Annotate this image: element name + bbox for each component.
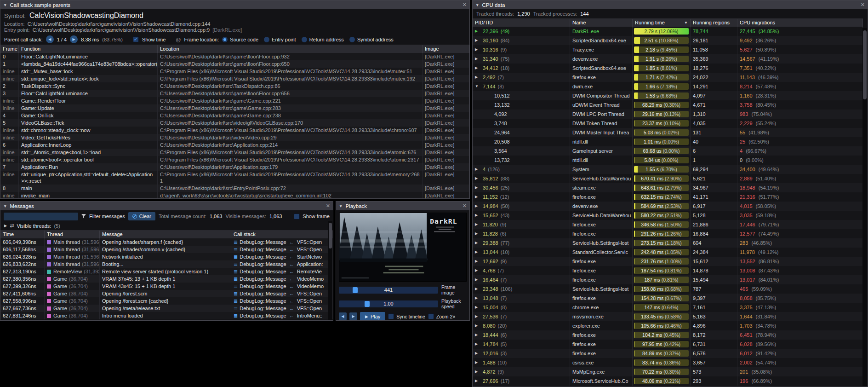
callstack-frame-row[interactable]: 1 <lambda_84a19dc444fae966ca174e83e708bd…: [0, 60, 469, 68]
expand-caret-icon[interactable]: ▶: [475, 36, 480, 45]
sync-timeline-checkbox[interactable]: [388, 313, 394, 319]
cpu-process-row[interactable]: ▶ 8,080 (20) explorer.exe 105.66 ms (0.4…: [473, 321, 863, 330]
callstack-frame-row[interactable]: inline Game::Update C:\Users\wolf\Deskto…: [0, 104, 469, 112]
prev-callstack-button[interactable]: ◀: [46, 35, 54, 43]
cpu-process-row[interactable]: ▶ 4 (126) System 1.55 s (6.70%) 69,294 3…: [473, 165, 863, 174]
col-name[interactable]: Name: [570, 19, 633, 27]
callstack-frame-row[interactable]: inline Video::GetTicksHiRes C:\Users\wol…: [0, 134, 469, 141]
close-icon[interactable]: ✕: [326, 203, 330, 209]
expand-caret-icon[interactable]: ▶: [475, 349, 480, 358]
col-location[interactable]: Location: [158, 45, 423, 53]
expand-caret-icon[interactable]: ▶: [475, 73, 480, 82]
cpu-process-row[interactable]: ▶ 4,768 (7) firefox.exe 187.54 ms (0.81%…: [473, 266, 863, 275]
col-running-regions[interactable]: Running regions: [691, 19, 737, 27]
callstack-frame-row[interactable]: 8 main C:\Users\wolf\Desktop\darkrl\src\…: [0, 185, 469, 192]
expand-caret-icon[interactable]: ▶: [475, 238, 480, 248]
cpu-process-row[interactable]: ▶ 16,464 (7) firefox.exe 187 ms (0.81%) …: [473, 275, 863, 284]
expand-caret-icon[interactable]: ▶: [475, 27, 480, 36]
expand-caret-icon[interactable]: ▶: [475, 321, 480, 330]
expand-caret-icon[interactable]: ▶: [475, 340, 480, 349]
cpu-scrollbar[interactable]: [862, 28, 867, 386]
callstack-frame-row[interactable]: inline std::unique_ptr<Application,std::…: [0, 171, 469, 185]
message-row[interactable]: 627,380,356ns Game (36,704) VRAM 37x45: …: [0, 275, 333, 283]
cpu-process-row[interactable]: ▶ 30,160 (84) ScriptedSandbox64.exe 2.51…: [473, 36, 863, 45]
next-frame-button[interactable]: ▶: [349, 312, 357, 320]
message-row[interactable]: 627,667,736ns Game (36,704) Opening /met…: [0, 305, 333, 312]
col-cpu-migrations[interactable]: CPU migrations: [737, 19, 797, 27]
frame-location-radio-option[interactable]: Symbol address: [349, 37, 394, 42]
close-icon[interactable]: ✕: [861, 2, 865, 8]
cpu-process-row[interactable]: 3,564 GameInput server 69.68 us (0.00%) …: [473, 146, 863, 156]
message-callstack[interactable]: ≣ DebugLog::Message ← VFS::Open: [231, 246, 333, 253]
callstack-frame-row[interactable]: 2 TaskDispatch::Sync C:\Users\wolf\Deskt…: [0, 82, 469, 90]
visible-threads-row[interactable]: ▶ ⇄ Visible threads: (5): [0, 222, 333, 230]
message-callstack[interactable]: ≣ DebugLog::Message ← VFS::Open: [231, 297, 333, 305]
message-callstack[interactable]: ≣ DebugLog::Message ← VFS::Open: [231, 305, 333, 312]
collapse-icon[interactable]: ▼: [3, 204, 7, 208]
scrollbar-thumb[interactable]: [329, 223, 332, 248]
zoom-2x-checkbox[interactable]: [428, 313, 434, 319]
expand-caret-icon[interactable]: ▶: [475, 202, 480, 211]
collapse-icon[interactable]: ▼: [3, 3, 7, 7]
col-image[interactable]: Image: [423, 45, 469, 53]
cpu-process-row[interactable]: ▶ 15,004 (8) chrome.exe 147 ms (0.64%) 7…: [473, 303, 863, 312]
next-callstack-button[interactable]: ▶: [70, 35, 78, 43]
cpu-process-row[interactable]: ▶ 11,820 (9) firefox.exe 346.58 ms (1.50…: [473, 220, 863, 229]
message-row[interactable]: 627,399,326ns Game (36,704) VRAM 43x45: …: [0, 283, 333, 290]
cpu-process-row[interactable]: ▶ 35,812 (88) ServiceHub.DataWarehou 670…: [473, 174, 863, 183]
callstack-frame-row[interactable]: inline Game::RenderFloor C:\Users\wolf\D…: [0, 97, 469, 104]
cpu-process-row[interactable]: ▶ 18,444 (6) firefox.exe 104.2 ms (0.45%…: [473, 330, 863, 340]
cpu-process-row[interactable]: ▶ 13,048 (7) firefox.exe 154.28 ms (0.67…: [473, 294, 863, 303]
filter-input[interactable]: [4, 213, 78, 220]
message-row[interactable]: 627,831,246ns Game (36,704) Intro menu l…: [0, 312, 333, 319]
message-callstack[interactable]: ≣ DebugLog::Message ← VFS::Open: [231, 290, 333, 297]
cpu-process-row[interactable]: ▶ 15,652 (43) ServiceHub.DataWarehou 580…: [473, 211, 863, 220]
expand-caret-icon[interactable]: ▶: [475, 284, 480, 294]
close-icon[interactable]: ✕: [463, 2, 467, 8]
expand-caret-icon[interactable]: ▶: [475, 367, 480, 376]
cpu-process-row[interactable]: ▶ 10,316 (9) Tracy.exe 2.18 s (9.45%) 11…: [473, 45, 863, 54]
expand-caret-icon[interactable]: ▶: [475, 229, 480, 238]
callstack-frame-row[interactable]: 0 Floor::CalcLightNoLuminance C:\Users\w…: [0, 53, 469, 60]
cpu-process-row[interactable]: ▶ 29,388 (77) ServiceHub.SettingsHost 27…: [473, 238, 863, 248]
cpu-process-row[interactable]: ▶ 12,692 (9) firefox.exe 231.76 ms (1.00…: [473, 257, 863, 266]
cpu-process-row[interactable]: ▶ 34,412 (18) ScriptedSandbox64.exe 1.85…: [473, 64, 863, 73]
expand-caret-icon[interactable]: ▶: [475, 266, 480, 275]
cpu-process-row[interactable]: ▶ 22,396 (49) DarkRL.exe 2.79 s (12.06%)…: [473, 27, 863, 36]
callstack-frame-row[interactable]: 5 VideoGLBase::Tick C:\Users\wolf\Deskto…: [0, 119, 469, 127]
col-running-time[interactable]: Running time ▼: [633, 19, 691, 27]
expand-caret-icon[interactable]: ▶: [475, 211, 480, 220]
callstack-frame-row[interactable]: inline std::_Atomic_storage<bool,1>::loa…: [0, 149, 469, 156]
cpu-process-row[interactable]: ▶ 2,492 (7) firefox.exe 1.71 s (7.42%) 2…: [473, 73, 863, 82]
message-callstack[interactable]: ≣ DebugLog::Message ← VideoMemo: [231, 275, 333, 283]
cpu-process-row[interactable]: ▼ 7,144 (8) dwm.exe 1.66 s (7.18%) 14,29…: [473, 82, 863, 91]
message-row[interactable]: 627,313,190ns RemoteView (31,392) Remote…: [0, 268, 333, 275]
frame-location-radio-option[interactable]: Return address: [302, 37, 344, 42]
expand-caret-icon[interactable]: ▼: [475, 82, 480, 91]
cpu-process-row[interactable]: 13,732 ntdll.dll 5.84 us (0.00%) 1 0 (0.…: [473, 156, 863, 165]
scrollbar-thumb[interactable]: [863, 30, 867, 99]
cpu-process-row[interactable]: ▶ 13,044 (10) StandardCollector.Servic 2…: [473, 248, 863, 257]
col-frame[interactable]: Frame: [0, 45, 19, 53]
callstack-frame-row[interactable]: inline std::unique_lock<std::mutex>::loc…: [0, 75, 469, 82]
playback-speed-slider[interactable]: 1.00: [339, 300, 438, 307]
expand-caret-icon[interactable]: ▶: [475, 330, 480, 340]
cpu-process-row[interactable]: 13,132 uDWM Event Thread 68.29 ms (0.30%…: [473, 100, 863, 110]
expand-caret-icon[interactable]: ▶: [475, 54, 480, 64]
message-callstack[interactable]: ≣ DebugLog::Message ← Application:: [231, 260, 333, 268]
cpu-process-row[interactable]: ▶ 31,340 (75) devenv.exe 1.91 s (8.26%) …: [473, 54, 863, 64]
message-row[interactable]: 606,117,568ns Main thread (31,596) Openi…: [0, 246, 333, 253]
message-row[interactable]: 626,833,622ns Main thread (31,596) Booti…: [0, 260, 333, 268]
message-row[interactable]: 606,049,398ns Main thread (31,596) Openi…: [0, 238, 333, 246]
message-row[interactable]: 627,558,996ns Game (36,704) Opening /for…: [0, 297, 333, 305]
cpu-process-row[interactable]: ▶ 4,872 (9) MsMpEng.exe 70.22 ms (0.30%)…: [473, 367, 863, 376]
col-function[interactable]: Function: [19, 45, 158, 53]
callstack-frame-row[interactable]: inline std::atomic<bool>::operator bool …: [0, 156, 469, 163]
expand-caret-icon[interactable]: ▶: [475, 248, 480, 257]
cpu-process-row[interactable]: 3,748 DWM Token Thread 23.37 ms (0.10%) …: [473, 119, 863, 128]
message-callstack[interactable]: ≣ DebugLog::Message ← IntroMenu::: [231, 312, 333, 319]
cpu-process-row[interactable]: ▶ 11,828 (6) firefox.exe 291.26 ms (1.26…: [473, 229, 863, 238]
col-callstack[interactable]: Call stack: [231, 231, 333, 238]
cpu-process-row[interactable]: 20,508 ntdll.dll 1.01 ms (0.00%) 40 25 (…: [473, 137, 863, 146]
message-row[interactable]: 627,411,606ns Game (36,704) Opening /for…: [0, 290, 333, 297]
